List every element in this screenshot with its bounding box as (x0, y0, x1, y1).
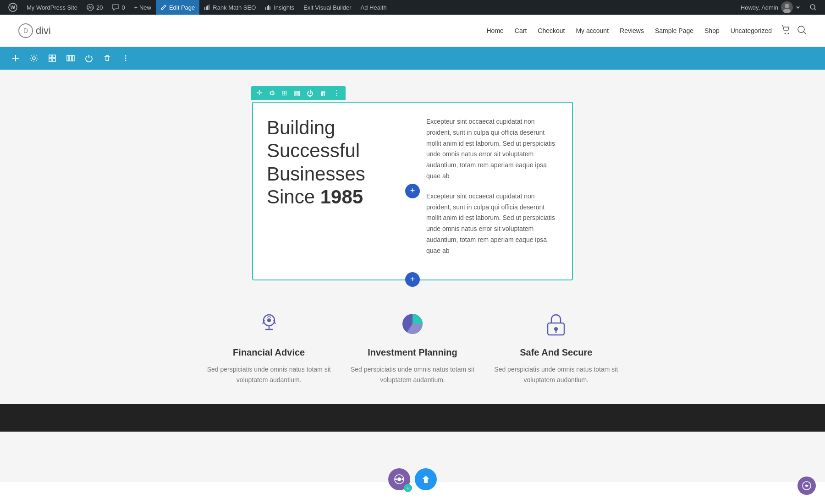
nav-uncategorized[interactable]: Uncategorized (731, 27, 772, 34)
hero-title-line3: Businesses (267, 163, 399, 186)
nav-home[interactable]: Home (486, 27, 503, 34)
hero-title-line4: Since 1985 (267, 186, 399, 208)
toolbar-power-btn[interactable] (81, 50, 97, 66)
admin-bar-exit-builder[interactable]: Exit Visual Builder (299, 0, 356, 15)
svg-rect-27 (53, 59, 55, 61)
svg-text:20: 20 (88, 5, 93, 10)
section-toolbar: ✛ ⚙ ⊞ ▦ ⏻ 🗑 ⋮ (251, 86, 346, 100)
nav-icons (781, 25, 807, 37)
svg-rect-5 (206, 6, 207, 10)
nav-reviews[interactable]: Reviews (620, 27, 644, 34)
svg-rect-11 (270, 6, 270, 10)
secure-icon (540, 308, 572, 340)
admin-bar-insights[interactable]: Insights (260, 0, 299, 15)
search-icon[interactable] (797, 25, 807, 37)
svg-rect-30 (72, 55, 74, 61)
hero-year-text: 1985 (320, 186, 363, 208)
admin-bar-comment-count: 0 (121, 4, 125, 11)
section-delete-btn[interactable]: 🗑 (318, 88, 329, 98)
service-financial-title: Financial Advice (206, 347, 331, 358)
hero-left: Building Successful Businesses Since 198… (253, 103, 412, 279)
admin-bar-rank-math[interactable]: Rank Math SEO (199, 0, 260, 15)
nav-shop[interactable]: Shop (704, 27, 720, 34)
svg-point-14 (783, 9, 791, 13)
admin-bar-site-name: My WordPress Site (27, 4, 77, 11)
hero-title: Building Successful Businesses Since 198… (267, 116, 399, 209)
logo-circle: D (18, 23, 33, 38)
toolbar-delete-btn[interactable] (99, 50, 116, 66)
toolbar-settings-btn[interactable] (26, 50, 42, 66)
section-settings-btn[interactable]: ⚙ (267, 88, 277, 98)
site-logo[interactable]: D divi (18, 23, 51, 38)
financial-icon (253, 308, 285, 340)
investment-icon (396, 308, 429, 340)
admin-bar-edit-page[interactable]: Edit Page (156, 0, 199, 15)
admin-bar-ad-health[interactable]: Ad Health (356, 0, 391, 15)
svg-rect-10 (268, 5, 269, 10)
hero-section: + Building Successful Businesses Since 1… (252, 102, 573, 280)
float-buttons: + (388, 468, 437, 490)
toolbar-strip (0, 47, 825, 70)
svg-line-16 (814, 9, 816, 11)
svg-rect-7 (209, 5, 209, 10)
admin-bar-new[interactable]: + New (130, 0, 156, 15)
admin-bar-search[interactable] (805, 0, 821, 15)
svg-rect-26 (49, 59, 52, 61)
service-secure-desc: Sed perspiciatis unde omnis natus totam … (494, 364, 619, 386)
svg-point-17 (785, 33, 786, 34)
svg-point-33 (125, 60, 126, 61)
svg-rect-25 (53, 55, 55, 58)
services-section: Financial Advice Sed perspiciatis unde o… (206, 308, 619, 386)
cart-icon[interactable] (781, 25, 791, 37)
section-duplicate-btn[interactable]: ⊞ (280, 88, 289, 98)
bottom-strip (0, 404, 825, 432)
hero-right: Excepteur sint occaecat cupidatat non pr… (412, 103, 572, 279)
add-row-bottom-btn[interactable]: + (405, 272, 420, 287)
admin-bar-comments[interactable]: 0 (107, 0, 129, 15)
service-financial-desc: Sed perspiciatis unde omnis natus totam … (206, 364, 331, 386)
section-move-btn[interactable]: ✛ (255, 88, 264, 98)
float-add-badge: + (404, 484, 412, 492)
hero-title-line2: Successful (267, 139, 399, 162)
admin-bar-wp-icon[interactable]: W (4, 0, 22, 15)
divi-publish-btn[interactable] (415, 468, 437, 490)
main-content: ✛ ⚙ ⊞ ▦ ⏻ 🗑 ⋮ + Building Successful Busi… (0, 70, 825, 482)
hero-title-line1: Building (267, 116, 399, 139)
toolbar-columns-btn[interactable] (62, 50, 79, 66)
svg-point-18 (788, 33, 789, 34)
service-investment-title: Investment Planning (350, 347, 475, 358)
toolbar-add-btn[interactable] (7, 50, 24, 66)
logo-text: divi (36, 25, 51, 37)
service-secure: Safe And Secure Sed perspiciatis unde om… (494, 308, 619, 386)
section-layout-btn[interactable]: ▦ (292, 88, 302, 98)
nav-sample-page[interactable]: Sample Page (655, 27, 693, 34)
svg-rect-9 (267, 6, 268, 10)
admin-bar-updates[interactable]: 20 20 (82, 0, 107, 15)
toolbar-layout-btn[interactable] (44, 50, 60, 66)
add-row-top-btn[interactable]: + (405, 184, 420, 198)
svg-rect-6 (207, 5, 208, 10)
svg-rect-29 (70, 55, 72, 61)
svg-line-20 (803, 32, 806, 34)
service-secure-title: Safe And Secure (494, 347, 619, 358)
divi-history-btn[interactable]: + (388, 468, 410, 490)
nav-checkout[interactable]: Checkout (538, 27, 565, 34)
top-nav: D divi Home Cart Checkout My account Rev… (0, 15, 825, 47)
nav-my-account[interactable]: My account (576, 27, 609, 34)
toolbar-more-btn[interactable] (117, 50, 134, 66)
svg-point-43 (554, 327, 558, 331)
admin-bar: W My WordPress Site 20 20 0 + New Edit P… (0, 0, 825, 15)
section-disable-btn[interactable]: ⏻ (305, 88, 315, 98)
svg-point-13 (785, 4, 789, 8)
service-investment-desc: Sed perspiciatis unde omnis natus totam … (350, 364, 475, 386)
admin-bar-update-count: 20 (96, 4, 103, 11)
hero-paragraph2: Excepteur sint occaecat cupidatat non pr… (426, 191, 558, 257)
section-more-btn[interactable]: ⋮ (331, 88, 342, 98)
admin-bar-howdy[interactable]: Howdy, Admin (736, 0, 805, 15)
divi-corner-icon[interactable] (798, 477, 816, 495)
hero-paragraph1: Excepteur sint occaecat cupidatat non pr… (426, 116, 558, 182)
svg-point-47 (395, 478, 397, 480)
admin-bar-site[interactable]: My WordPress Site (22, 0, 82, 15)
nav-cart[interactable]: Cart (515, 27, 527, 34)
svg-point-36 (267, 318, 271, 322)
